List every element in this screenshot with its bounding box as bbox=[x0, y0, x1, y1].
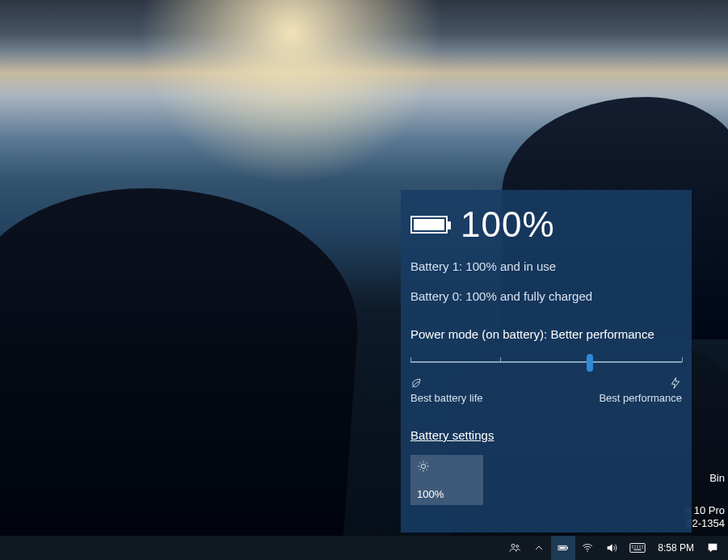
battery-settings-link[interactable]: Battery settings bbox=[410, 428, 494, 442]
power-mode-slider[interactable] bbox=[410, 352, 682, 373]
svg-point-1 bbox=[511, 544, 515, 547]
tray-battery-button[interactable] bbox=[551, 536, 575, 560]
power-mode-slider-thumb[interactable] bbox=[587, 354, 593, 372]
action-center-button[interactable] bbox=[701, 536, 725, 560]
svg-point-2 bbox=[516, 545, 519, 548]
svg-rect-4 bbox=[567, 547, 568, 549]
battery-icon bbox=[557, 541, 570, 554]
tray-overflow-button[interactable] bbox=[527, 536, 551, 560]
brightness-icon bbox=[417, 460, 430, 473]
leaf-icon bbox=[410, 377, 423, 389]
taskbar: 8:58 PM bbox=[0, 536, 728, 560]
system-tray: 8:58 PM bbox=[503, 536, 725, 560]
svg-rect-5 bbox=[560, 547, 566, 549]
people-icon bbox=[508, 541, 521, 554]
best-performance-label: Best performance bbox=[599, 392, 682, 404]
lightning-icon bbox=[669, 377, 682, 389]
best-battery-life-label: Best battery life bbox=[410, 392, 483, 404]
taskbar-clock[interactable]: 8:58 PM bbox=[651, 542, 701, 554]
battery-1-status: Battery 1: 100% and in use bbox=[410, 259, 682, 273]
tray-volume-button[interactable] bbox=[600, 536, 624, 560]
wifi-icon bbox=[581, 541, 594, 554]
svg-point-0 bbox=[421, 464, 425, 468]
speaker-icon bbox=[605, 541, 618, 554]
brightness-tile[interactable]: 100% bbox=[410, 455, 483, 505]
recycle-bin-label[interactable]: Bin bbox=[709, 472, 725, 484]
power-mode-label: Power mode (on battery): Better performa… bbox=[410, 327, 682, 341]
battery-0-status: Battery 0: 100% and fully charged bbox=[410, 289, 682, 303]
notification-icon bbox=[706, 541, 719, 554]
battery-percent: 100% bbox=[461, 204, 555, 245]
windows-watermark-line2: 22-1354 bbox=[686, 517, 725, 529]
svg-point-6 bbox=[587, 550, 588, 551]
tray-wifi-button[interactable] bbox=[575, 536, 600, 560]
people-button[interactable] bbox=[503, 536, 527, 560]
brightness-value: 100% bbox=[417, 488, 477, 500]
keyboard-icon bbox=[629, 541, 646, 554]
battery-icon bbox=[410, 216, 448, 234]
battery-flyout-panel: 100% Battery 1: 100% and in use Battery … bbox=[401, 190, 692, 533]
tray-input-indicator[interactable] bbox=[624, 536, 651, 560]
chevron-up-icon bbox=[532, 541, 545, 554]
